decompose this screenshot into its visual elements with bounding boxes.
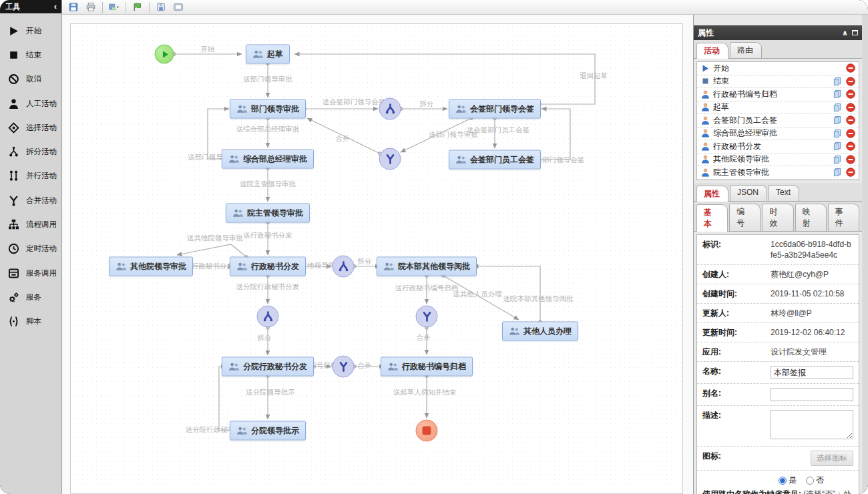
activity-row[interactable]: 其他人员办理: [697, 180, 859, 181]
activity-node-yuanbenbu-yuepi[interactable]: 院本部其他领导阅批: [377, 257, 477, 276]
radio-no-dot[interactable]: [806, 477, 814, 485]
tab-JSON[interactable]: JSON: [730, 185, 767, 201]
copy-icon[interactable]: [833, 168, 843, 177]
radio-yes[interactable]: 是: [779, 475, 797, 486]
alias-input[interactable]: [771, 388, 853, 401]
delete-icon[interactable]: [846, 63, 856, 73]
tool-script[interactable]: 脚本: [0, 310, 61, 334]
tab-属性[interactable]: 属性: [696, 186, 728, 202]
split-node-split-2[interactable]: [333, 256, 355, 278]
flow-canvas[interactable]: 开始送部门领导审批退回起草送会签部门领导会签拆分送会签部门员工会签送会签部门领导…: [70, 23, 683, 494]
activity-row[interactable]: 开始: [697, 62, 859, 75]
panel-collapse-icon[interactable]: ∧: [842, 29, 848, 37]
split-node-split-3[interactable]: [257, 306, 279, 328]
activity-row[interactable]: 结束: [697, 75, 859, 89]
node-label: 分院行政秘书分发: [243, 361, 307, 373]
activity-row[interactable]: 行政秘书分发: [697, 140, 859, 154]
merge-node-merge-3[interactable]: [333, 356, 355, 378]
delete-icon[interactable]: [846, 103, 856, 112]
tool-manual[interactable]: 人工活动: [0, 91, 61, 115]
delete-icon[interactable]: [846, 155, 856, 164]
activity-row[interactable]: 综合部总经理审批: [697, 128, 859, 141]
new-button[interactable]: [107, 1, 122, 13]
delete-icon[interactable]: [846, 89, 856, 99]
activity-label: 开始: [713, 63, 843, 74]
tool-service-call[interactable]: 服务调用: [0, 261, 61, 285]
activity-row[interactable]: 其他院领导审批: [697, 154, 859, 167]
tab-基本[interactable]: 基本: [696, 204, 728, 232]
activity-node-bumen-shenpi[interactable]: 部门领导审批: [230, 99, 306, 119]
copy-icon[interactable]: [833, 89, 843, 99]
start-node-start[interactable]: [155, 45, 174, 64]
copy-icon[interactable]: [833, 103, 843, 112]
tab-Text[interactable]: Text: [769, 185, 799, 201]
sidebar-collapse-icon[interactable]: ‹: [54, 1, 57, 11]
copy-icon[interactable]: [833, 142, 843, 151]
tool-timer[interactable]: 定时活动: [0, 237, 61, 261]
tool-start[interactable]: 开始: [0, 19, 61, 43]
properties-panel-header: 属性 ∧: [694, 25, 862, 40]
tool-cancel[interactable]: 取消: [0, 67, 61, 91]
tool-choice[interactable]: 选择活动: [0, 115, 61, 140]
activity-row[interactable]: 行政秘书编号归档: [697, 88, 859, 101]
description-textarea[interactable]: [771, 410, 853, 439]
validate-button[interactable]: [130, 1, 145, 13]
tool-merge[interactable]: 合并活动: [0, 188, 61, 212]
activity-row[interactable]: 起草: [697, 101, 859, 115]
app-window: 工具 ‹ 开始 结束 取消 人工活动 选择活动 拆分活动 并行活动 合并活动: [0, 0, 868, 494]
activity-node-fenyuan-pishi[interactable]: 分院领导批示: [230, 421, 306, 441]
tool-split[interactable]: 拆分活动: [0, 140, 61, 164]
merge-node-merge-1[interactable]: [379, 148, 401, 170]
tool-end[interactable]: 结束: [0, 43, 61, 67]
tool-service[interactable]: 服务: [0, 285, 61, 309]
activity-node-mishu-fenfa[interactable]: 行政秘书分发: [230, 257, 306, 276]
activity-node-qicao[interactable]: 起草: [246, 45, 290, 64]
activity-row[interactable]: 院主管领导审批: [697, 166, 859, 180]
save-button[interactable]: [66, 1, 81, 13]
copy-icon[interactable]: [833, 77, 843, 86]
tool-parallel[interactable]: 并行活动: [0, 164, 61, 188]
delete-icon[interactable]: [846, 168, 856, 177]
merge-node-merge-2[interactable]: [416, 306, 438, 328]
activity-row[interactable]: 会签部门员工会签: [697, 114, 859, 128]
end-node-end[interactable]: [416, 420, 438, 442]
tab-活动[interactable]: 活动: [696, 43, 728, 59]
activity-node-huiqian-lingdao[interactable]: 会签部门领导会签: [449, 99, 541, 119]
person-icon: [701, 155, 710, 164]
delete-icon[interactable]: [846, 142, 856, 151]
copy-icon[interactable]: [833, 129, 843, 138]
activity-node-yuanzhuguan-shenpi[interactable]: 院主管领导审批: [226, 204, 310, 223]
tools-sidebar: 工具 ‹ 开始 结束 取消 人工活动 选择活动 拆分活动 并行活动 合并活动: [0, 0, 62, 494]
print-button[interactable]: [83, 1, 98, 13]
activity-node-bianhao-guidang[interactable]: 行政秘书编号归档: [381, 357, 473, 377]
tab-编号[interactable]: 编号: [729, 204, 761, 231]
choose-icon-button[interactable]: 选择图标: [811, 451, 853, 466]
delete-icon[interactable]: [846, 129, 856, 138]
activity-node-fenyuan-fenfa[interactable]: 分院行政秘书分发: [222, 357, 314, 377]
tool-label: 服务调用: [26, 268, 57, 278]
delete-icon[interactable]: [846, 115, 856, 125]
tab-事件[interactable]: 事件: [828, 204, 859, 231]
name-input[interactable]: [771, 366, 853, 379]
activity-node-qita-renyuan[interactable]: 其他人员办理: [502, 322, 578, 341]
delete-icon[interactable]: [846, 77, 856, 86]
activity-list: 开始 结束 行政秘书编号归档 起草 会签部门员工会签 综合部总经理审批 行政秘书…: [696, 61, 859, 180]
activity-node-huiqian-yuangong[interactable]: 会签部门员工会签: [449, 150, 541, 170]
tab-路由[interactable]: 路由: [730, 42, 762, 58]
tool-process-call[interactable]: 流程调用: [0, 212, 61, 236]
canvas-area: 开始送部门领导审批退回起草送会签部门领导会签拆分送会签部门员工会签送会签部门领导…: [62, 15, 693, 494]
export-button[interactable]: [154, 1, 168, 13]
radio-yes-dot[interactable]: [779, 477, 787, 485]
radio-no[interactable]: 否: [806, 475, 824, 486]
copy-icon[interactable]: [833, 115, 843, 125]
copy-icon[interactable]: [833, 155, 843, 164]
people-icon: [455, 105, 467, 113]
tab-映射[interactable]: 映射: [795, 204, 827, 231]
tab-时效[interactable]: 时效: [762, 204, 793, 231]
activity-node-zonghe-shenpi[interactable]: 综合部总经理审批: [222, 150, 314, 169]
split-node-split-1[interactable]: [379, 98, 401, 120]
activity-node-qitayuan-shenpi[interactable]: 其他院领导审批: [109, 257, 193, 276]
panel-maximize-icon[interactable]: [852, 30, 858, 35]
route-opinion-note: (选择“否”：处理意见没填写则意见为空): [803, 489, 853, 494]
panel-button[interactable]: [171, 1, 186, 13]
